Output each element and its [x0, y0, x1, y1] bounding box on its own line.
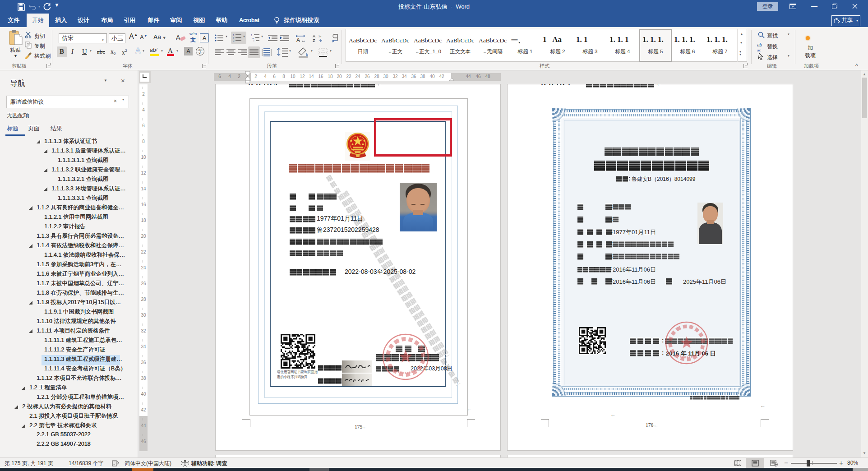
svg-text:Z: Z — [313, 38, 315, 42]
svg-text:1: 1 — [251, 34, 253, 37]
svg-text:1: 1 — [233, 34, 235, 37]
svg-text:3: 3 — [233, 39, 235, 42]
svg-text:A: A — [176, 34, 180, 41]
svg-text:↕: ↕ — [318, 34, 320, 38]
svg-text:↔: ↔ — [301, 37, 306, 42]
svg-text:A: A — [313, 34, 315, 38]
svg-text:i: i — [254, 39, 254, 42]
svg-text:A: A — [296, 37, 300, 42]
